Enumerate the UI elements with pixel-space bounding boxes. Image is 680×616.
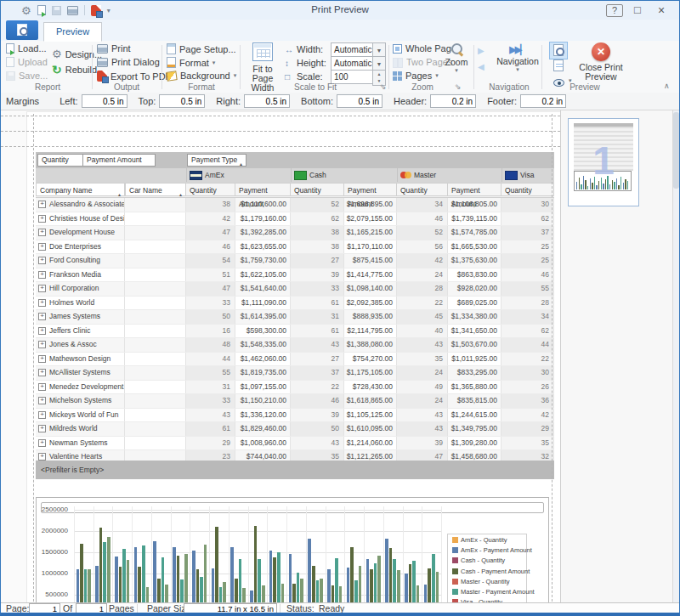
margin-input[interactable]: [82, 94, 128, 108]
width-combobox[interactable]: Automatic: [331, 42, 376, 57]
company-name: Ford Consulting: [49, 254, 100, 268]
filter-cell[interactable]: Payment Amount: [82, 154, 156, 167]
quantity-value: 47: [186, 282, 235, 296]
window-title: Print Preview: [1, 4, 679, 14]
quantity-value: 22: [291, 381, 344, 394]
payment-amount-value: $1,165,215.00: [344, 226, 397, 240]
margin-field-label: Footer:: [487, 96, 517, 106]
help-button[interactable]: ?: [606, 4, 623, 17]
paper-size-input[interactable]: [184, 603, 277, 614]
gridline: [74, 531, 441, 532]
quantity-header[interactable]: Quantity: [291, 183, 344, 196]
dialog-launcher-icon[interactable]: ⇘: [380, 82, 387, 91]
quantity-header[interactable]: Quantity: [397, 183, 448, 196]
file-button[interactable]: [6, 20, 38, 40]
expand-icon[interactable]: +: [38, 411, 46, 419]
payment-amount-value: $1,244,615.00: [448, 409, 502, 422]
previous-page-button[interactable]: ◀: [478, 61, 484, 73]
payment-amount-value: $1,388,080.00: [344, 338, 397, 352]
scrollbar-thumb[interactable]: [673, 112, 679, 189]
expand-icon[interactable]: +: [38, 257, 46, 264]
height-combobox[interactable]: Automatic: [331, 56, 376, 71]
tab-preview[interactable]: Preview: [43, 22, 102, 42]
margin-input[interactable]: [244, 94, 290, 108]
page-number-input[interactable]: [29, 603, 60, 614]
expand-icon[interactable]: +: [38, 341, 46, 348]
save-button[interactable]: Save...: [6, 71, 48, 81]
navigation-button[interactable]: ▶▶▏ Navigation ▾: [496, 43, 540, 73]
expand-icon[interactable]: +: [38, 383, 46, 391]
quantity-header[interactable]: Quantity: [502, 183, 554, 196]
load-button[interactable]: Load...: [6, 43, 47, 54]
next-page-button[interactable]: ▶: [478, 45, 484, 57]
payment-amount-header[interactable]: Payment Amount: [448, 183, 502, 196]
export-to-pdf-button[interactable]: Export To PDF: [97, 71, 171, 82]
close-button[interactable]: ×: [654, 3, 669, 17]
expand-icon[interactable]: +: [38, 271, 46, 279]
maximize-button[interactable]: □: [630, 3, 645, 17]
expand-icon[interactable]: +: [38, 453, 46, 461]
quantity-value: 38: [186, 198, 235, 212]
gridline: [209, 506, 210, 602]
zoom-button[interactable]: Zoom ▾: [441, 43, 472, 74]
rebuild-button[interactable]: ↻Rebuild: [52, 64, 97, 76]
expand-icon[interactable]: +: [38, 313, 46, 320]
expand-icon[interactable]: +: [38, 243, 46, 251]
left-margin-guide[interactable]: [33, 114, 34, 602]
right-margin-guide[interactable]: [552, 114, 552, 602]
print-dialog-button[interactable]: Print Dialog: [97, 57, 160, 67]
background-button[interactable]: Background▾: [167, 71, 236, 81]
payment-type-header: AmEx: [186, 168, 294, 182]
expand-icon[interactable]: +: [38, 201, 46, 208]
margin-input[interactable]: [159, 94, 205, 108]
quantity-value: 51: [186, 268, 235, 282]
quantity-value: 42: [186, 212, 235, 226]
expand-icon[interactable]: +: [38, 327, 46, 335]
page-thumbnail[interactable]: 1: [568, 118, 639, 206]
company-name-header[interactable]: Company Name▴: [36, 183, 125, 196]
group-label-preview: Preview: [553, 82, 616, 92]
payment-amount-header[interactable]: Payment Amount: [344, 183, 397, 196]
expand-icon[interactable]: +: [38, 439, 46, 447]
bar-cash-payment-amount: [138, 567, 141, 603]
bar-cash-payment-amount: [389, 548, 393, 603]
print-button[interactable]: Print: [97, 43, 131, 54]
expand-icon[interactable]: +: [38, 397, 46, 404]
bar-visa-payment-amount: [242, 588, 246, 603]
expand-icon[interactable]: +: [38, 355, 46, 363]
quantity-value: 45: [397, 310, 448, 324]
quantity-value: 24: [397, 268, 448, 282]
bar-visa-payment-amount: [320, 579, 323, 602]
close-print-preview-button[interactable]: ✕ Close Print Preview: [577, 42, 625, 82]
margin-input[interactable]: [520, 94, 566, 108]
filter-cell[interactable]: Quantity: [37, 154, 83, 167]
payment-amount-header[interactable]: Payment Amount: [235, 183, 291, 196]
expand-icon[interactable]: +: [38, 215, 46, 223]
upload-button[interactable]: Upload: [6, 57, 48, 67]
collapse-ribbon-icon[interactable]: ∧: [664, 82, 670, 90]
filter-cell[interactable]: Payment Type▴: [187, 154, 246, 167]
quantity-header[interactable]: Quantity: [186, 183, 235, 196]
expand-icon[interactable]: +: [38, 229, 46, 236]
total-pages-input[interactable]: [76, 603, 107, 614]
quantity-value: 44: [502, 338, 554, 352]
preview-area[interactable]: QuantityPayment AmountPayment Type▴AmExC…: [1, 110, 560, 602]
quantity-value: 54: [186, 254, 235, 268]
margin-input[interactable]: [430, 94, 476, 108]
page-setup-button[interactable]: Page Setup...: [167, 43, 236, 54]
payment-amount-value: $2,079,155.00: [344, 212, 397, 226]
expand-icon[interactable]: +: [38, 285, 46, 292]
expand-icon[interactable]: +: [38, 425, 46, 432]
expand-icon[interactable]: +: [38, 299, 46, 307]
quantity-value: 44: [186, 353, 235, 366]
header-margin-guide[interactable]: [1, 131, 560, 132]
expand-icon[interactable]: +: [38, 369, 46, 376]
car-name-header[interactable]: Car Name▴: [125, 183, 186, 196]
top-margin-guide[interactable]: [1, 146, 560, 147]
bar-cash-payment-amount: [292, 584, 296, 602]
dialog-launcher-icon[interactable]: ⇘: [455, 82, 462, 91]
pages-button[interactable]: Pages▾: [393, 71, 439, 81]
design-button[interactable]: ⚙Design...: [52, 48, 102, 59]
margin-input[interactable]: [337, 94, 382, 108]
format-button[interactable]: Format▾: [167, 57, 215, 68]
